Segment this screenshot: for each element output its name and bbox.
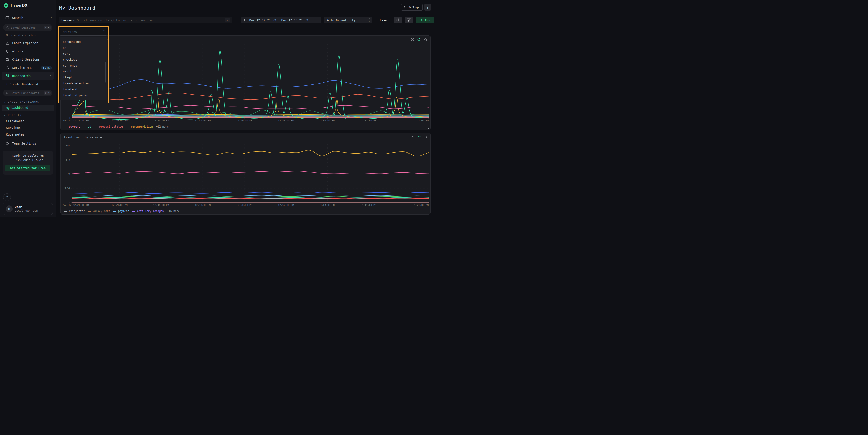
y-axis-tick-label: 3.5K: [64, 187, 70, 189]
search-icon: [6, 92, 9, 95]
service-option[interactable]: checkout: [60, 57, 107, 63]
sidebar-item-team-settings[interactable]: Team Settings: [0, 139, 56, 148]
resize-handle[interactable]: [428, 127, 429, 129]
legend-item[interactable]: artillery-loadgen: [132, 210, 164, 213]
sidebar-item-label: Chart Explorer: [12, 41, 52, 45]
filter-button[interactable]: [405, 17, 413, 24]
preset-name: Kubernetes: [6, 132, 24, 136]
chevron-up-icon: ⌃: [50, 17, 52, 19]
service-option[interactable]: load-generator: [60, 98, 107, 100]
x-axis-tick-label: 1:21:00 PM: [414, 119, 429, 122]
calendar-icon: [244, 19, 247, 22]
query-language-label: Lucene: [61, 19, 72, 22]
legend-item[interactable]: valkey-cart: [88, 210, 110, 213]
legend-swatch: [94, 127, 97, 127]
legend-more-link[interactable]: +16 more: [167, 210, 180, 213]
bar-chart-toggle-icon[interactable]: [424, 38, 427, 41]
time-icon[interactable]: [411, 38, 414, 41]
sidebar: HyperDX Search ⌃ Saved Searches ⌘ K No s…: [0, 0, 56, 218]
live-button[interactable]: Live: [376, 17, 391, 24]
sidebar-item-services[interactable]: Services: [0, 124, 56, 131]
bar-chart-toggle-icon[interactable]: [424, 135, 427, 139]
sidebar-item-search[interactable]: Search ⌃: [0, 14, 56, 22]
sidebar-item-service-map[interactable]: Service Map BETA: [0, 64, 56, 72]
get-started-button[interactable]: Get Started for Free: [5, 165, 50, 172]
services-input[interactable]: Services ⌃⌄: [60, 28, 107, 35]
gear-icon: [5, 142, 9, 145]
service-option[interactable]: email: [60, 68, 107, 74]
x-axis-tick-label: 1:21:00 PM: [414, 204, 429, 206]
x-axis-tick-label: 12:29:00 PM: [112, 204, 127, 206]
sidebar-item-dashboards[interactable]: Dashboards ⌃: [2, 72, 54, 80]
line-chart-toggle-icon[interactable]: [417, 38, 421, 41]
dashboards-icon: [5, 74, 9, 77]
scrollbar-thumb[interactable]: [105, 62, 106, 83]
service-option[interactable]: cart: [60, 51, 107, 57]
legend-item[interactable]: payment: [113, 210, 129, 213]
sidebar-collapse-icon[interactable]: [49, 4, 52, 7]
sidebar-item-my-dashboard[interactable]: My Dashboard: [2, 104, 54, 111]
service-option[interactable]: fraud-detection: [60, 81, 107, 86]
service-option[interactable]: flagd: [60, 74, 107, 81]
select-chevrons-icon: ⌃⌄: [369, 19, 370, 22]
refresh-button[interactable]: [394, 17, 402, 24]
service-option[interactable]: ad: [60, 45, 107, 51]
y-axis-tick-label: 0: [69, 201, 70, 204]
x-axis-tick-label: 1:11:00 PM: [362, 119, 376, 122]
x-axis-tick-label: 12:43:00 PM: [195, 204, 211, 206]
user-menu[interactable]: U User Local App Team ›: [3, 203, 53, 215]
chevron-up-icon: ⌃: [50, 74, 52, 77]
x-axis-tick-label: 12:57:00 PM: [278, 119, 294, 122]
run-button[interactable]: Run: [416, 17, 434, 24]
latency-chart[interactable]: Mar 12 12:21:00 PM12:29:00 PM12:36:00 PM…: [61, 43, 430, 124]
service-option[interactable]: accounting: [60, 39, 107, 45]
chevron-down-icon: ⌄: [4, 114, 6, 117]
chart-panel-latency: vice Mar 12 12:21:00 PM12:29:00 PM12:36:…: [60, 35, 431, 130]
event-count-chart[interactable]: Mar 12 12:21:00 PM12:29:00 PM12:36:00 PM…: [61, 141, 430, 208]
user-team: Local App Team: [15, 209, 46, 213]
legend-item[interactable]: ad: [83, 125, 91, 128]
create-dashboard-button[interactable]: + Create Dashboard: [0, 80, 56, 88]
service-option[interactable]: currency: [60, 63, 107, 68]
query-language-select[interactable]: Lucene ⌄: [61, 19, 77, 22]
x-axis-tick-label: 12:36:00 PM: [153, 204, 169, 206]
x-axis-tick-label: 1:04:00 PM: [320, 204, 335, 206]
sidebar-item-chart-explorer[interactable]: Chart Explorer: [0, 39, 56, 47]
granularity-value: Auto Granularity: [327, 19, 369, 22]
resize-handle[interactable]: [428, 212, 429, 213]
slash-shortcut-badge: /: [225, 18, 230, 22]
dashboard-menu-button[interactable]: ⋮: [425, 4, 431, 11]
granularity-select[interactable]: Auto Granularity ⌃⌄: [324, 17, 372, 24]
question-mark-icon: ?: [6, 195, 8, 199]
sidebar-item-kubernetes[interactable]: Kubernetes: [0, 131, 56, 137]
saved-dashboards-section-header[interactable]: ⌄ SAVED DASHBOARDS: [0, 99, 56, 104]
text-cursor: [62, 30, 62, 33]
chevron-right-icon: ›: [48, 208, 50, 211]
play-icon: [420, 19, 423, 22]
legend-item[interactable]: payment: [64, 125, 80, 128]
saved-searches-input[interactable]: Saved Searches ⌘ K: [3, 24, 52, 31]
y-axis-tick-label: 14K: [66, 144, 70, 147]
presets-section-header[interactable]: ⌄ PRESETS: [0, 112, 56, 118]
service-option[interactable]: frontend: [60, 86, 107, 92]
sidebar-item-client-sessions[interactable]: Client Sessions: [0, 55, 56, 64]
legend-item[interactable]: recommendation: [126, 125, 153, 128]
legend-more-link[interactable]: +12 more: [156, 125, 168, 128]
line-chart-toggle-icon[interactable]: [417, 135, 421, 139]
time-icon[interactable]: [411, 135, 414, 139]
legend-item[interactable]: cainjector: [64, 210, 85, 213]
sidebar-item-clickhouse[interactable]: ClickHouse: [0, 118, 56, 124]
help-button[interactable]: ?: [3, 193, 11, 201]
sidebar-item-alerts[interactable]: Alerts: [0, 47, 56, 55]
y-axis-tick-label: 7K: [67, 173, 70, 175]
tags-button[interactable]: 0 Tags: [401, 4, 423, 11]
saved-dashboards-input[interactable]: Saved Dashboards ⌘ K: [3, 90, 52, 96]
legend-item[interactable]: product-catalog: [94, 125, 123, 128]
search-input[interactable]: Search your events w/ Lucene ex. column:…: [77, 19, 225, 22]
services-dropdown-list: accountingadcartcheckoutcurrencyemailfla…: [60, 37, 107, 100]
service-option[interactable]: frontend-proxy: [60, 92, 107, 98]
chart-legend: paymentadproduct-catalogrecommendation+1…: [64, 125, 169, 128]
x-axis-tick-label: 12:50:00 PM: [236, 204, 252, 206]
date-range-picker[interactable]: Mar 12 12:21:53 - Mar 12 13:21:53: [241, 17, 321, 24]
refresh-icon: [396, 18, 400, 22]
